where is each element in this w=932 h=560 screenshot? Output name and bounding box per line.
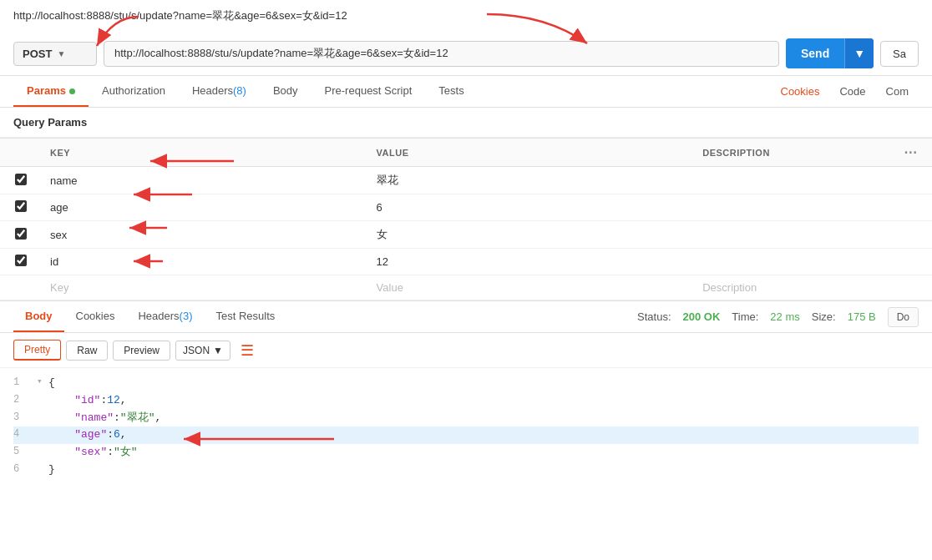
headers-badge: (8) — [233, 84, 246, 97]
row-empty — [889, 249, 933, 275]
placeholder-value[interactable]: Value — [368, 275, 695, 300]
json-line: 4 "age": 6, — [13, 426, 919, 444]
json-format-label: JSON — [183, 345, 210, 356]
row-empty — [889, 167, 933, 194]
response-body-toolbar: Pretty Raw Preview JSON ▼ ☰ — [0, 333, 932, 368]
row-checkbox-cell[interactable] — [0, 221, 42, 249]
row-checkbox[interactable] — [15, 174, 27, 185]
chevron-down-icon: ▼ — [57, 49, 65, 58]
tab-authorization[interactable]: Authorization — [89, 76, 179, 107]
more-options-icon[interactable]: ⋯ — [897, 145, 924, 159]
json-line: 1▾{ — [13, 375, 919, 392]
time-label: Time: — [732, 310, 758, 323]
json-chevron-icon: ▼ — [213, 345, 223, 356]
response-status-bar: Status: 200 OK Time: 22 ms Size: 175 B D… — [637, 307, 919, 327]
row-checkbox[interactable] — [15, 200, 27, 212]
row-checkbox[interactable] — [15, 228, 27, 240]
time-value: 22 ms — [770, 310, 799, 323]
col-checkbox — [0, 139, 42, 167]
params-dot — [69, 88, 75, 94]
format-pretty-btn[interactable]: Pretty — [13, 340, 61, 361]
url-input[interactable] — [104, 41, 779, 67]
tab-body[interactable]: Body — [260, 76, 312, 107]
top-url-display: http://localhost:8888/stu/s/update?name=… — [0, 0, 932, 32]
send-button[interactable]: Send ▼ — [786, 38, 874, 68]
row-description — [694, 167, 888, 194]
col-key: KEY — [42, 139, 368, 167]
response-tab-headers[interactable]: Headers(3) — [126, 301, 204, 332]
response-tab-cookies[interactable]: Cookies — [64, 301, 127, 332]
params-table-container: KEY VALUE DESCRIPTION ⋯ name 翠花 age 6 — [0, 138, 932, 300]
json-viewer: 1▾{2 "id": 12,3 "name": "翠花",4 "age": 6,… — [0, 368, 932, 486]
tab-tests[interactable]: Tests — [425, 76, 477, 107]
response-tab-test-results[interactable]: Test Results — [205, 301, 287, 332]
row-checkbox-cell[interactable] — [0, 249, 42, 275]
request-bar: POST ▼ Send ▼ Sa — [0, 32, 932, 76]
json-format-select[interactable]: JSON ▼ — [175, 341, 230, 361]
top-url-text: http://localhost:8888/stu/s/update?name=… — [13, 9, 347, 22]
response-tabs-row: Body Cookies Headers(3) Test Results Sta… — [0, 301, 932, 333]
row-checkbox-cell[interactable] — [0, 167, 42, 194]
row-key: id — [42, 249, 368, 275]
response-section: Body Cookies Headers(3) Test Results Sta… — [0, 300, 932, 486]
tab-headers[interactable]: Headers(8) — [179, 76, 260, 107]
format-preview-btn[interactable]: Preview — [113, 341, 170, 361]
tab-pre-request[interactable]: Pre-request Script — [312, 76, 426, 107]
placeholder-description[interactable]: Description — [694, 275, 888, 300]
row-empty — [889, 221, 933, 249]
method-select[interactable]: POST ▼ — [13, 42, 97, 66]
tab-code-right[interactable]: Code — [829, 77, 875, 106]
tab-params[interactable]: Params — [13, 76, 89, 107]
wrap-icon[interactable]: ☰ — [241, 341, 254, 360]
table-row: name 翠花 — [0, 167, 932, 194]
row-description — [694, 221, 888, 249]
row-value: 翠花 — [368, 167, 695, 194]
row-checkbox[interactable] — [15, 255, 27, 266]
row-value: 6 — [368, 194, 695, 221]
row-value: 12 — [368, 249, 695, 275]
table-row-placeholder: Key Value Description — [0, 275, 932, 300]
send-label: Send — [786, 38, 844, 68]
row-key: sex — [42, 221, 368, 249]
table-row: sex 女 — [0, 221, 932, 249]
tab-cookies-right[interactable]: Cookies — [771, 77, 830, 106]
json-line: 3 "name": "翠花", — [13, 410, 919, 427]
row-value: 女 — [368, 221, 695, 249]
row-empty — [889, 194, 933, 221]
row-description — [694, 194, 888, 221]
size-label: Size: — [812, 310, 836, 323]
response-tab-body[interactable]: Body — [13, 301, 64, 332]
params-table: KEY VALUE DESCRIPTION ⋯ name 翠花 age 6 — [0, 138, 932, 300]
row-checkbox-cell[interactable] — [0, 194, 42, 221]
format-raw-btn[interactable]: Raw — [66, 341, 108, 361]
col-description: DESCRIPTION — [694, 139, 888, 167]
send-dropdown-arrow[interactable]: ▼ — [844, 38, 874, 68]
size-value: 175 B — [848, 310, 876, 323]
status-value: 200 OK — [683, 310, 721, 323]
placeholder-key[interactable]: Key — [42, 275, 368, 300]
status-label: Status: — [637, 310, 671, 323]
save-button[interactable]: Sa — [880, 41, 919, 67]
right-tabs: Cookies Code Com — [771, 77, 919, 106]
row-key: age — [42, 194, 368, 221]
method-label: POST — [23, 48, 52, 60]
response-headers-badge: (3) — [180, 310, 193, 322]
query-params-heading: Query Params — [0, 108, 932, 138]
json-line: 6 } — [13, 462, 919, 479]
row-description — [694, 249, 888, 275]
table-row: id 12 — [0, 249, 932, 275]
do-button[interactable]: Do — [888, 307, 919, 327]
row-key: name — [42, 167, 368, 194]
request-tabs: Params Authorization Headers(8) Body Pre… — [0, 76, 932, 108]
json-line: 2 "id": 12, — [13, 392, 919, 410]
tab-com-right[interactable]: Com — [876, 77, 919, 106]
json-line: 5 "sex": "女" — [13, 444, 919, 462]
col-actions: ⋯ — [889, 139, 933, 167]
col-value: VALUE — [368, 139, 695, 167]
table-row: age 6 — [0, 194, 932, 221]
